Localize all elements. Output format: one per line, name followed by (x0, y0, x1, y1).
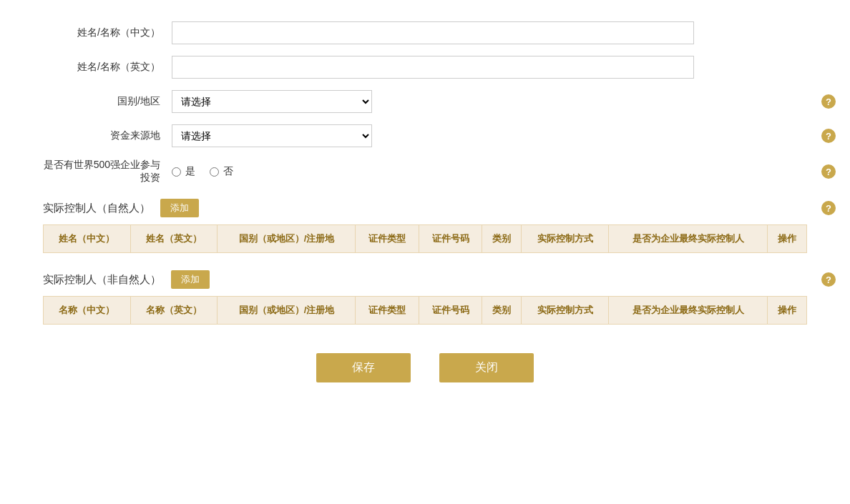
section1-col-name-cn: 姓名（中文） (44, 225, 131, 253)
section2-col-category: 类别 (482, 297, 522, 325)
name-cn-label: 姓名/名称（中文） (43, 26, 172, 39)
fortune500-radio-group: 是 否 (172, 165, 233, 178)
fortune500-yes-radio[interactable] (172, 167, 181, 177)
country-help-icon[interactable]: ? (821, 94, 836, 109)
name-cn-input[interactable] (172, 21, 694, 44)
section1-col-control-method: 实际控制方式 (522, 225, 609, 253)
section2-col-country: 国别（或地区）/注册地 (218, 297, 356, 325)
section2-title: 实际控制人（非自然人） (43, 273, 161, 287)
section1-title: 实际控制人（自然人） (43, 202, 150, 215)
section2-table: 名称（中文） 名称（英文） 国别（或地区）/注册地 证件类型 证件号码 类别 实… (43, 296, 807, 325)
fortune500-label: 是否有世界500强企业参与投资 (43, 159, 172, 184)
section1-col-is-final: 是否为企业最终实际控制人 (609, 225, 768, 253)
fortune500-yes-label[interactable]: 是 (172, 165, 195, 178)
section1-col-country: 国别（或地区）/注册地 (218, 225, 356, 253)
section1-help-icon[interactable]: ? (821, 201, 836, 215)
section2-col-cert-type: 证件类型 (356, 297, 419, 325)
section2-col-name-en: 名称（英文） (130, 297, 218, 325)
name-en-label: 姓名/名称（英文） (43, 61, 172, 74)
section1-add-button[interactable]: 添加 (160, 199, 199, 217)
section1-col-operation: 操作 (767, 225, 806, 253)
save-button[interactable]: 保存 (316, 353, 411, 382)
section2-col-cert-no: 证件号码 (419, 297, 482, 325)
section2-col-operation: 操作 (767, 297, 806, 325)
section1-col-cert-no: 证件号码 (419, 225, 482, 253)
fortune500-help-icon[interactable]: ? (821, 164, 836, 179)
section2-col-name-cn: 名称（中文） (44, 297, 131, 325)
country-select[interactable]: 请选择 (172, 90, 372, 113)
country-label: 国别/地区 (43, 95, 172, 108)
fund-source-label: 资金来源地 (43, 129, 172, 142)
section1-table: 姓名（中文） 姓名（英文） 国别（或地区）/注册地 证件类型 证件号码 类别 实… (43, 224, 807, 253)
section2-col-control-method: 实际控制方式 (522, 297, 609, 325)
section1-col-cert-type: 证件类型 (356, 225, 419, 253)
fund-source-help-icon[interactable]: ? (821, 129, 836, 143)
fortune500-no-radio[interactable] (210, 167, 219, 177)
section2-help-icon[interactable]: ? (821, 272, 836, 287)
section2-add-button[interactable]: 添加 (171, 270, 210, 289)
fortune500-no-text: 否 (223, 165, 233, 178)
section1-col-category: 类别 (482, 225, 522, 253)
close-button[interactable]: 关闭 (439, 353, 534, 382)
fund-source-select[interactable]: 请选择 (172, 124, 372, 147)
section1-col-name-en: 姓名（英文） (130, 225, 218, 253)
section2-col-is-final: 是否为企业最终实际控制人 (609, 297, 768, 325)
footer-buttons: 保存 关闭 (43, 353, 807, 382)
name-en-input[interactable] (172, 56, 694, 79)
fortune500-no-label[interactable]: 否 (210, 165, 233, 178)
fortune500-yes-text: 是 (185, 165, 195, 178)
